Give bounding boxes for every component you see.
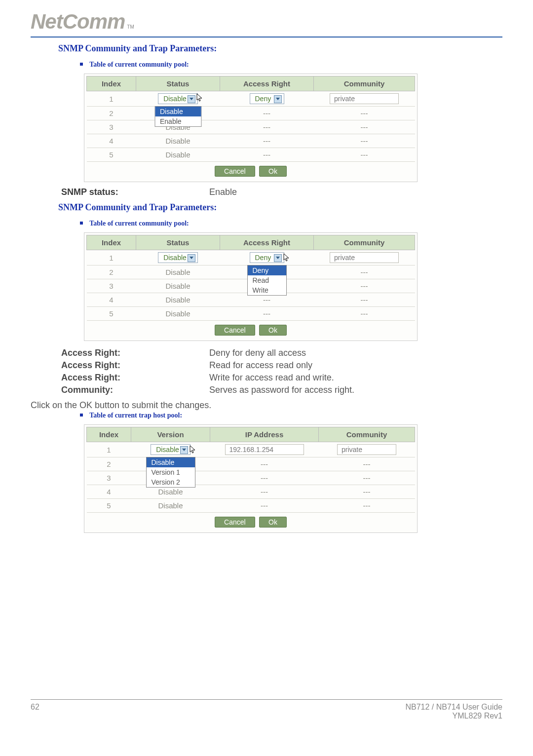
th-index: Index (87, 427, 131, 442)
ok-button[interactable]: Ok (259, 325, 287, 336)
table-row: 1 Disable Disable Version 1 Version 2 (87, 442, 415, 457)
cell-community: --- (314, 279, 415, 293)
footer-rev: YML829 Rev1 (405, 712, 502, 720)
version-select-value: Disable (156, 446, 179, 454)
th-index: Index (87, 76, 136, 91)
status-select[interactable]: Disable (158, 93, 198, 104)
desc-row: Access Right: Write for access read and … (61, 373, 502, 383)
cell-index: 1 (87, 91, 136, 107)
cancel-button[interactable]: Cancel (215, 166, 255, 177)
dropdown-option[interactable]: Deny (248, 265, 286, 275)
cell-access: Deny Deny Read Write (220, 250, 314, 265)
access-select-value: Deny (255, 95, 271, 103)
cell-status: Disable (136, 265, 220, 279)
status-select-value: Disable (163, 95, 187, 103)
access-dropdown-list[interactable]: Deny Read Write (247, 265, 287, 296)
table-row: 4 Disable --- --- (87, 134, 415, 148)
ip-input[interactable]: 192.168.1.254 (225, 444, 304, 455)
version-select[interactable]: Disable (151, 444, 190, 455)
section-heading-snmp-2: SNMP Community and Trap Parameters: (58, 202, 502, 213)
subheading-text: Table of current community pool: (89, 61, 189, 68)
community-input[interactable]: private (330, 252, 399, 263)
page-footer: 62 NB712 / NB714 User Guide YML829 Rev1 (31, 699, 502, 720)
ok-button[interactable]: Ok (259, 166, 287, 177)
th-status: Status (136, 76, 220, 91)
dropdown-option[interactable]: Version 2 (147, 477, 195, 487)
cell-ip: --- (210, 457, 319, 471)
cell-community: --- (319, 471, 415, 485)
cancel-button[interactable]: Cancel (215, 517, 255, 528)
cell-community: private (314, 91, 415, 107)
desc-row: Community: Serves as password for access… (61, 385, 502, 395)
community-input[interactable]: private (330, 93, 399, 104)
access-select[interactable]: Deny (250, 252, 284, 263)
cell-status: Disable Disable Enable (136, 91, 220, 107)
bullet-icon (80, 414, 83, 416)
note-ok: Click on the OK button to submit the cha… (31, 400, 502, 411)
cell-status: Disable (136, 250, 220, 265)
dropdown-option[interactable]: Disable (147, 457, 195, 467)
table-row: 1 Disable Disable Enable (87, 91, 415, 107)
trap-host-table: Index Version IP Address Community 1 Dis… (84, 424, 418, 533)
th-status: Status (136, 235, 220, 250)
community-input[interactable]: private (337, 444, 396, 455)
dropdown-option[interactable]: Enable (155, 116, 201, 126)
cursor-icon (283, 253, 290, 262)
dropdown-option[interactable]: Write (248, 285, 286, 295)
access-select[interactable]: Deny (250, 93, 284, 104)
status-select[interactable]: Disable (158, 252, 198, 263)
table-row: 5 Disable --- --- (87, 148, 415, 162)
cell-version: Disable Disable Version 1 Version 2 (131, 442, 210, 457)
cell-index: 5 (87, 499, 131, 513)
desc-value: Deny for deny all access (209, 348, 306, 358)
desc-value: Write for access read and write. (209, 373, 334, 383)
table-row: 4 Disable --- --- (87, 485, 415, 499)
desc-value: Serves as password for access right. (209, 385, 354, 395)
cell-index: 1 (87, 250, 136, 265)
kv-value: Enable (209, 187, 237, 197)
section-heading-snmp: SNMP Community and Trap Parameters: (58, 43, 502, 54)
version-dropdown-list[interactable]: Disable Version 1 Version 2 (146, 457, 195, 488)
page-number: 62 (31, 703, 39, 720)
cell-index: 3 (87, 471, 131, 485)
desc-label: Access Right: (61, 348, 209, 358)
desc-label: Access Right: (61, 360, 209, 371)
th-version: Version (131, 427, 210, 442)
cancel-button[interactable]: Cancel (215, 325, 255, 336)
cell-community: --- (319, 485, 415, 499)
cell-access: --- (220, 148, 314, 162)
trademark: TM (127, 24, 134, 30)
cell-index: 2 (87, 107, 136, 120)
cell-access: --- (220, 134, 314, 148)
cell-ip: 192.168.1.254 (210, 442, 319, 457)
cell-status: Disable (136, 148, 220, 162)
subheading-trap-pool: Table of current trap host pool: (80, 412, 502, 419)
community-pool-table-1: Index Status Access Right Community 1 Di… (84, 74, 418, 182)
dropdown-option[interactable]: Version 1 (147, 467, 195, 477)
cell-status: Disable (136, 307, 220, 321)
desc-value: Read for access read only (209, 360, 312, 371)
table-row: 3 Disable --- --- (87, 120, 415, 134)
status-dropdown-list[interactable]: Disable Enable (154, 106, 201, 127)
kv-snmp-status: SNMP status: Enable (61, 187, 502, 197)
dropdown-option[interactable]: Disable (155, 107, 201, 116)
bullet-icon (80, 222, 83, 225)
cell-index: 3 (87, 279, 136, 293)
cell-ip: --- (210, 485, 319, 499)
cell-ip: --- (210, 499, 319, 513)
table-row: 5 Disable --- --- (87, 499, 415, 513)
th-ip-address: IP Address (210, 427, 319, 442)
status-select-value: Disable (163, 254, 187, 262)
cell-access: --- (220, 107, 314, 120)
th-community: Community (319, 427, 415, 442)
table-row: 1 Disable Deny Deny (87, 250, 415, 265)
cell-community: --- (314, 293, 415, 307)
cell-community: private (314, 250, 415, 265)
dropdown-option[interactable]: Read (248, 275, 286, 285)
cell-index: 2 (87, 265, 136, 279)
desc-label: Access Right: (61, 373, 209, 383)
table-row: 2 . --- --- (87, 107, 415, 120)
ok-button[interactable]: Ok (259, 517, 287, 528)
th-access-right: Access Right (220, 235, 314, 250)
table-row: 2 . --- --- (87, 457, 415, 471)
